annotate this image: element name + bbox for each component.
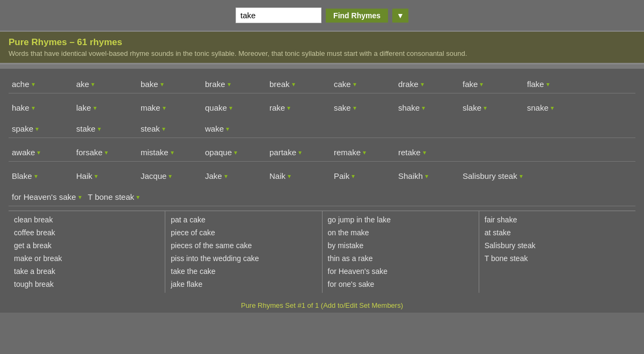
- phrase-item[interactable]: make or break: [13, 252, 160, 265]
- phrase-col-3: go jump in the lakeon the makeby mistake…: [323, 211, 479, 293]
- word-arrow: ▾: [229, 104, 232, 112]
- footer: Pure Rhymes Set #1 of 1 (Add to/Edit Set…: [0, 298, 644, 313]
- word-arrow: ▾: [546, 81, 550, 88]
- word-arrow: ▾: [32, 81, 35, 88]
- phrase-col-2: pat a cakepiece of cakepieces of the sam…: [165, 211, 322, 293]
- word-item[interactable]: ache▾: [9, 77, 73, 91]
- word-item[interactable]: flake▾: [524, 77, 588, 91]
- footer-text-end: ): [401, 301, 403, 309]
- dropdown-button[interactable]: ▼: [392, 9, 408, 23]
- word-item[interactable]: quake▾: [202, 101, 266, 114]
- phrase-item[interactable]: pat a cake: [170, 213, 317, 226]
- word-arrow: ▾: [298, 149, 302, 156]
- phrase-item[interactable]: take a break: [13, 265, 160, 278]
- word-arrow: ▾: [228, 81, 231, 88]
- search-input[interactable]: [236, 8, 321, 23]
- phrase-item[interactable]: go jump in the lake: [327, 213, 474, 226]
- word-arrow: ▾: [162, 125, 165, 133]
- word-item[interactable]: stake▾: [73, 122, 137, 135]
- phrase-item[interactable]: fair shake: [484, 213, 631, 226]
- word-arrow: ▾: [352, 172, 355, 180]
- phrase-item[interactable]: tough break: [13, 278, 160, 291]
- word-item[interactable]: Salisbury steak▾: [459, 169, 526, 183]
- word-item[interactable]: forsake▾: [73, 146, 137, 159]
- word-item[interactable]: Shaikh▾: [395, 169, 459, 183]
- word-item[interactable]: lake▾: [73, 101, 137, 114]
- footer-text: Pure Rhymes Set #1 of 1 (: [241, 301, 323, 309]
- word-item[interactable]: spake▾: [9, 122, 73, 135]
- word-arrow: ▾: [169, 172, 172, 180]
- phrase-item[interactable]: on the make: [327, 226, 474, 239]
- words-row-3: spake▾stake▾steak▾wake▾: [9, 119, 635, 138]
- header: Find Rhymes ▼: [0, 0, 644, 32]
- word-item[interactable]: shake▾: [395, 101, 459, 114]
- phrase-item[interactable]: for Heaven's sake: [327, 265, 474, 278]
- word-arrow: ▾: [234, 149, 237, 156]
- word-arrow: ▾: [226, 125, 229, 133]
- word-item[interactable]: make▾: [137, 101, 202, 114]
- word-item[interactable]: rake▾: [266, 101, 331, 114]
- word-item[interactable]: awake▾: [9, 146, 73, 159]
- phrase-item[interactable]: Salisbury steak: [484, 239, 631, 252]
- section-divider: [0, 64, 644, 69]
- word-arrow: ▾: [32, 104, 35, 112]
- word-arrow: ▾: [353, 104, 356, 112]
- word-arrow: ▾: [421, 81, 424, 88]
- word-item[interactable]: fake▾: [459, 77, 524, 91]
- word-item[interactable]: retake▾: [395, 146, 459, 159]
- word-arrow: ▾: [292, 81, 295, 88]
- word-item[interactable]: drake▾: [395, 77, 459, 91]
- word-item[interactable]: Jacque▾: [137, 169, 202, 183]
- word-item[interactable]: mistake▾: [137, 146, 202, 159]
- word-item[interactable]: T bone steak▾: [85, 190, 149, 204]
- word-item[interactable]: wake▾: [202, 122, 266, 135]
- phrase-item[interactable]: pieces of the same cake: [170, 239, 317, 252]
- word-item[interactable]: sake▾: [331, 101, 395, 114]
- word-item[interactable]: opaque▾: [202, 146, 266, 159]
- pure-rhymes-description: Words that have identical vowel-based rh…: [9, 49, 635, 57]
- word-item[interactable]: slake▾: [459, 101, 524, 114]
- word-arrow: ▾: [287, 104, 290, 112]
- word-item[interactable]: snake▾: [524, 101, 588, 114]
- phrase-item[interactable]: for one's sake: [327, 278, 474, 291]
- word-arrow: ▾: [37, 149, 40, 156]
- phrase-col-1: clean breakcoffee breakget a breakmake o…: [9, 211, 165, 293]
- word-item[interactable]: brake▾: [202, 77, 266, 91]
- phrase-item[interactable]: T bone steak: [484, 252, 631, 265]
- word-item[interactable]: steak▾: [137, 122, 202, 135]
- word-item[interactable]: Blake▾: [9, 169, 73, 183]
- word-item[interactable]: break▾: [266, 77, 331, 91]
- find-rhymes-button[interactable]: Find Rhymes: [326, 9, 388, 23]
- phrase-item[interactable]: thin as a rake: [327, 252, 474, 265]
- word-item[interactable]: ake▾: [73, 77, 137, 91]
- phrase-item[interactable]: jake flake: [170, 278, 317, 291]
- word-item[interactable]: partake▾: [266, 146, 331, 159]
- phrase-item[interactable]: coffee break: [13, 226, 160, 239]
- word-item[interactable]: hake▾: [9, 101, 73, 114]
- word-item[interactable]: bake▾: [137, 77, 202, 91]
- word-arrow: ▾: [224, 172, 228, 180]
- phrase-item[interactable]: piss into the wedding cake: [170, 252, 317, 265]
- phrase-item[interactable]: at stake: [484, 226, 631, 239]
- pure-rhymes-section: Pure Rhymes – 61 rhymes Words that have …: [0, 32, 644, 64]
- word-item[interactable]: Paik▾: [331, 169, 395, 183]
- word-arrow: ▾: [480, 81, 483, 88]
- phrase-item[interactable]: piece of cake: [170, 226, 317, 239]
- phrase-item[interactable]: by mistake: [327, 239, 474, 252]
- word-item[interactable]: remake▾: [331, 146, 395, 159]
- phrase-item[interactable]: clean break: [13, 213, 160, 226]
- word-arrow: ▾: [423, 149, 426, 156]
- words-row-5: Blake▾Haik▾Jacque▾Jake▾Naik▾Paik▾Shaikh▾…: [9, 166, 635, 183]
- phrases-grid: clean breakcoffee breakget a breakmake o…: [9, 211, 635, 293]
- phrase-item[interactable]: get a break: [13, 239, 160, 252]
- main-content: ache▾ake▾bake▾brake▾break▾cake▾drake▾fak…: [0, 69, 644, 298]
- word-item[interactable]: for Heaven's sake▾: [9, 190, 85, 204]
- word-item[interactable]: cake▾: [331, 77, 395, 91]
- word-item[interactable]: Jake▾: [202, 169, 266, 183]
- word-arrow: ▾: [422, 104, 425, 112]
- phrase-item[interactable]: take the cake: [170, 265, 317, 278]
- word-item[interactable]: Haik▾: [73, 169, 137, 183]
- word-item[interactable]: Naik▾: [266, 169, 331, 183]
- word-arrow: ▾: [136, 193, 140, 201]
- footer-link[interactable]: Add to/Edit Set Members: [323, 301, 401, 309]
